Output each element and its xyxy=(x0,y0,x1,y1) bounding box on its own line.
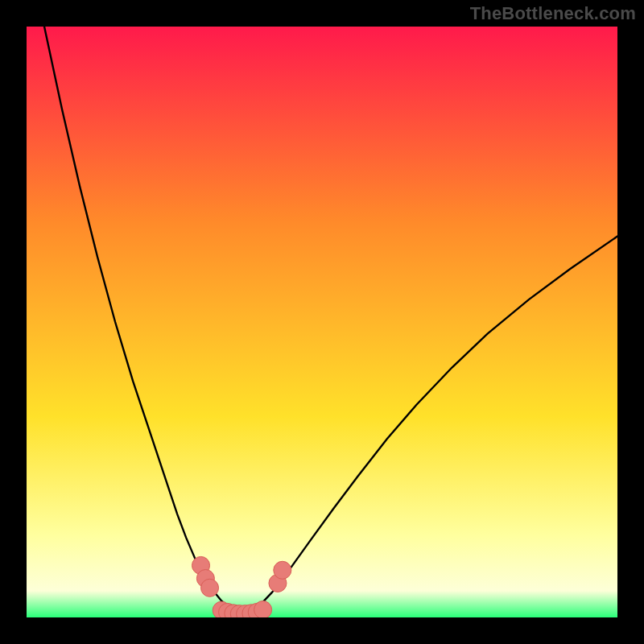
plot-area xyxy=(27,27,617,617)
data-marker xyxy=(274,561,291,579)
watermark-text: TheBottleneck.com xyxy=(470,3,636,24)
chart-frame: TheBottleneck.com xyxy=(0,0,644,644)
data-marker xyxy=(201,579,219,597)
chart-svg xyxy=(27,27,617,617)
data-marker xyxy=(254,601,272,617)
